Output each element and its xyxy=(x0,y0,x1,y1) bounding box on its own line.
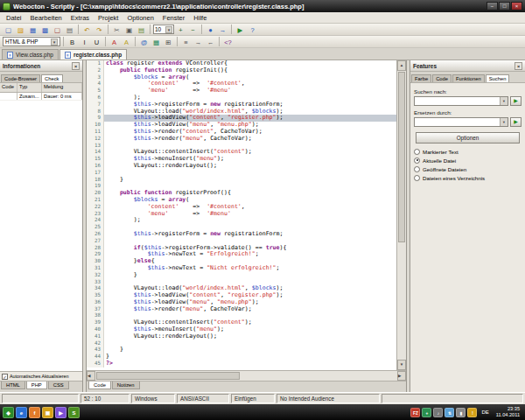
close-panel-icon[interactable]: × xyxy=(72,62,80,70)
check-grid-body[interactable]: Zusam...Dauer: 0 ms xyxy=(0,93,82,371)
code-line-2[interactable]: 2 public function registerInit(){ xyxy=(87,67,396,74)
scroll-down-icon[interactable]: ▼ xyxy=(397,360,406,370)
scroll-right-icon[interactable]: ▶ xyxy=(397,371,406,381)
close-file-icon[interactable]: ▢ xyxy=(52,24,63,35)
scope-option-dateien-eines-verzeichnis[interactable]: Dateien eines Verzeichnis xyxy=(414,173,522,182)
options-button[interactable]: Optionen xyxy=(416,132,520,144)
language-indicator[interactable]: DE xyxy=(479,410,491,415)
menu-item-optionen[interactable]: Optionen xyxy=(122,14,158,22)
code-line-25[interactable]: 25 xyxy=(87,224,396,231)
cut-icon[interactable]: ✂ xyxy=(111,24,122,35)
tab-farbe[interactable]: Farbe xyxy=(411,74,431,82)
code-line-13[interactable]: 13 xyxy=(87,143,396,150)
tab-code[interactable]: Code xyxy=(432,74,452,82)
code-line-28[interactable]: 28 if($this->registerForm->validate() ==… xyxy=(87,245,396,252)
code-line-24[interactable]: 24 ); xyxy=(87,217,396,224)
italic-icon[interactable]: I xyxy=(79,37,90,47)
code-line-34[interactable]: 34 VLayout::load("world/index.html", $bl… xyxy=(87,285,396,292)
code-line-20[interactable]: 20 public function registerProof(){ xyxy=(87,190,396,197)
code-line-38[interactable]: 38 xyxy=(87,312,396,319)
code-line-10[interactable]: 10 $this->loadView("menu", "menu.php"); xyxy=(87,122,396,129)
update-icon[interactable]: ! xyxy=(467,408,477,417)
antivirus-icon[interactable]: + xyxy=(422,408,431,417)
copy-icon[interactable]: ▣ xyxy=(123,24,135,35)
code-line-32[interactable]: 32 } xyxy=(87,272,396,279)
zoom-level-box[interactable]: 10▾ xyxy=(153,24,174,34)
php-tag-icon[interactable]: <? xyxy=(222,37,234,47)
syntax-mode-select[interactable]: HTML & PHP▾ xyxy=(3,37,60,46)
font-color-icon[interactable]: A xyxy=(108,37,120,47)
menu-item-extras[interactable]: Extras xyxy=(66,14,94,22)
highlight-color-icon[interactable]: A xyxy=(121,37,132,47)
network-icon[interactable]: ⇅ xyxy=(444,408,454,417)
insert-table-icon[interactable]: ⊞ xyxy=(163,37,174,47)
code-line-15[interactable]: 15 $this->menuInsert("menu"); xyxy=(87,156,396,163)
code-line-16[interactable]: 16 VLayout::renderLayout(); xyxy=(87,163,396,170)
code-line-37[interactable]: 37 $this->render("menu", CacheToVar); xyxy=(87,306,396,313)
code-line-12[interactable]: 12 $this->render("menu", CacheToVar); xyxy=(87,136,396,143)
bold-icon[interactable]: B xyxy=(66,37,78,47)
chevron-down-icon[interactable]: ▾ xyxy=(500,118,508,126)
code-line-3[interactable]: 3 $blocks = array( xyxy=(87,74,396,81)
grid-column-typ[interactable]: Typ xyxy=(18,83,42,92)
minimize-button[interactable]: − xyxy=(486,2,498,10)
media-player-icon[interactable]: ▶ xyxy=(55,407,66,418)
code-line-29[interactable]: 29 $this->newText = "Erfolgreich!"; xyxy=(87,251,396,258)
insert-image-icon[interactable]: ▦ xyxy=(150,37,162,47)
zoom-in-icon[interactable]: + xyxy=(175,24,186,35)
horizontal-scroll-thumb[interactable] xyxy=(96,372,240,380)
code-line-4[interactable]: 4 'content' => '#content', xyxy=(87,80,396,88)
code-line-44[interactable]: 44} xyxy=(87,354,396,360)
code-line-19[interactable]: 19 xyxy=(87,183,396,190)
close-button[interactable]: × xyxy=(511,2,522,10)
goto-line-icon[interactable]: → xyxy=(217,24,228,35)
code-line-35[interactable]: 35 $this->loadView("content", "register.… xyxy=(87,292,396,299)
code-line-11[interactable]: 11 $this->render("content", CacheToVar); xyxy=(87,129,396,136)
help-icon[interactable]: ? xyxy=(247,24,258,35)
new-file-icon[interactable]: ▢ xyxy=(3,24,14,35)
close-features-icon[interactable]: × xyxy=(514,62,522,70)
tab-css[interactable]: CSS xyxy=(48,382,69,389)
underline-icon[interactable]: U xyxy=(91,37,102,47)
auto-refresh-checkbox[interactable]: ✓ xyxy=(2,374,8,380)
firefox-icon[interactable]: f xyxy=(29,407,40,418)
replace-input[interactable] xyxy=(415,118,500,126)
search-input[interactable] xyxy=(415,97,500,105)
scroll-left-icon[interactable]: ◀ xyxy=(87,371,95,381)
code-line-7[interactable]: 7 $this->registerForm = new registration… xyxy=(87,102,396,108)
menu-item-datei[interactable]: Datei xyxy=(2,14,26,22)
tab-code-browser[interactable]: Code-Browser xyxy=(1,74,40,82)
scope-option-markierter-text[interactable]: Markierter Text xyxy=(414,147,522,156)
save-all-icon[interactable]: ▩ xyxy=(39,24,51,35)
explorer-icon[interactable]: ▣ xyxy=(42,407,53,418)
chevron-down-icon[interactable]: ▾ xyxy=(165,26,172,33)
usb-icon[interactable]: ▮ xyxy=(456,408,466,417)
code-line-43[interactable]: 43 } xyxy=(87,346,396,354)
tab-php[interactable]: PHP xyxy=(26,382,47,389)
menu-item-fenster[interactable]: Fenster xyxy=(158,14,189,22)
code-line-23[interactable]: 23 'menu' => '#menu' xyxy=(87,211,396,218)
radio-icon[interactable] xyxy=(414,149,420,155)
chevron-down-icon[interactable]: ▾ xyxy=(51,38,58,46)
scope-option-ge-ffnete-dateien[interactable]: Geöffnete Dateien xyxy=(414,164,522,173)
radio-icon[interactable] xyxy=(414,175,420,181)
tab-funktionen[interactable]: Funktionen xyxy=(452,74,485,82)
open-file-icon[interactable]: ▨ xyxy=(15,24,26,35)
list-icon[interactable]: ≡ xyxy=(180,37,192,47)
chevron-down-icon[interactable]: ▾ xyxy=(500,97,508,105)
code-line-21[interactable]: 21 $blocks = array( xyxy=(87,197,396,204)
paste-icon[interactable]: ▤ xyxy=(136,24,147,35)
code-line-9[interactable]: 9 $this->loadView("content", "register.p… xyxy=(87,115,396,122)
code-line-8[interactable]: 8 VLayout::load("world/index.html", $blo… xyxy=(87,108,396,116)
code-line-6[interactable]: 6 ); xyxy=(87,94,396,102)
radio-icon[interactable] xyxy=(414,166,420,172)
tab-check[interactable]: Check xyxy=(41,74,62,82)
code-editor[interactable]: 1class register extends VController{2 pu… xyxy=(87,60,396,370)
file-tab-view-class-php[interactable]: ≡View.class.php xyxy=(2,49,59,60)
scriptly-icon[interactable]: S xyxy=(68,407,80,418)
start-button-icon[interactable]: ◈ xyxy=(3,407,14,418)
tab-suchen[interactable]: Suchen xyxy=(486,74,510,82)
menu-item-bearbeiten[interactable]: Bearbeiten xyxy=(26,14,66,22)
internet-explorer-icon[interactable]: e xyxy=(16,407,27,418)
save-icon[interactable]: ▦ xyxy=(27,24,38,35)
